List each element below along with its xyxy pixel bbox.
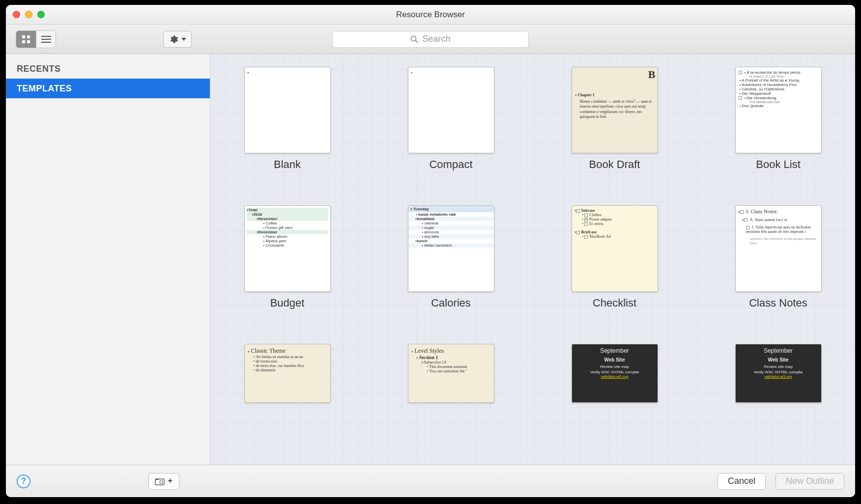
search-field-wrap: Search <box>332 31 529 48</box>
body: RECENTS TEMPLATES • Blank • Compact <box>6 54 855 465</box>
preview-chapter: Chapter 1 <box>578 93 595 97</box>
template-compact[interactable]: • Compact <box>394 67 508 171</box>
toolbar: Search <box>6 25 855 54</box>
template-thumb: September Web Site Review site map Verif… <box>735 344 822 403</box>
chevron-down-icon <box>181 38 186 41</box>
preview-item: MacBook Air <box>589 234 611 239</box>
template-grid-area[interactable]: • Blank • Compact B Chapter 1 Hieme cond… <box>210 54 855 465</box>
preview-task: Review site map <box>575 364 655 369</box>
zoom-window-button[interactable] <box>37 11 45 18</box>
preview-meal: breakfast <box>417 217 435 221</box>
preview-h1: I. Class Notes: <box>746 208 777 214</box>
preview-food: soy latte <box>424 234 439 239</box>
svg-rect-5 <box>41 39 51 40</box>
preview-food: sugar <box>424 225 434 230</box>
titlebar: Resource Browser <box>6 5 855 25</box>
preview-heading: Level Styles <box>415 347 444 354</box>
svg-rect-0 <box>22 35 25 38</box>
grid-icon <box>22 35 30 44</box>
window-controls <box>13 11 45 18</box>
view-mode-segmented <box>16 30 56 48</box>
preview-day: Tuesday <box>413 207 429 211</box>
template-title: Compact <box>429 158 472 171</box>
help-button[interactable]: ? <box>17 475 30 488</box>
template-title: Book Draft <box>589 158 640 171</box>
list-icon <box>41 35 51 43</box>
svg-rect-6 <box>41 42 51 43</box>
sidebar: RECENTS TEMPLATES <box>6 54 210 465</box>
preview-heading: Classic Theme <box>251 347 286 354</box>
preview-line: This document automati <box>429 364 467 369</box>
preview-item: Power adapter <box>589 217 612 222</box>
new-outline-button[interactable]: New Outline <box>775 473 844 490</box>
preview-section: Section 1 <box>419 355 438 360</box>
preview-site: Web Site <box>575 357 655 363</box>
window-title: Resource Browser <box>396 10 465 20</box>
preview-year: 2016 <box>254 212 262 217</box>
svg-point-7 <box>411 36 416 41</box>
search-placeholder: Search <box>422 34 450 44</box>
sidebar-item-label: TEMPLATES <box>17 84 72 94</box>
preview-body: Hieme conduntur — unde er vires? — sane … <box>580 99 655 120</box>
template-level-styles[interactable]: Level Styles Section 1 Subsection 1A Thi… <box>394 344 508 403</box>
svg-rect-2 <box>22 40 25 43</box>
preview-month: December <box>258 230 278 234</box>
preview-body2: tardantes sine clementia in fetu quoque … <box>750 237 819 246</box>
search-input[interactable]: Search <box>332 31 529 48</box>
preview-line: de motu eius. cur mundus dica <box>256 364 304 368</box>
action-menu-button[interactable] <box>163 31 192 48</box>
template-thumb: • <box>244 67 331 153</box>
grid-view-button[interactable] <box>16 31 36 48</box>
preview-line: Adventures of Huckleberry Finn <box>742 83 797 87</box>
preview-link: validator.w3.org <box>575 374 655 379</box>
template-title: Checklist <box>593 297 636 309</box>
cancel-button[interactable]: Cancel <box>718 473 766 490</box>
template-title: Book List <box>756 158 801 171</box>
template-class-notes[interactable]: I. Class Notes: A. Sunt autem fuci si 1.… <box>721 205 835 309</box>
minimize-window-button[interactable] <box>25 11 32 18</box>
preview-month: November <box>258 217 278 221</box>
preview-line: An finitus sit mundus et an un <box>256 355 303 359</box>
template-book-draft[interactable]: B Chapter 1 Hieme conduntur — unde er vi… <box>557 67 672 171</box>
template-book-list[interactable]: À la recherche du temps perdu In Search … <box>721 67 835 171</box>
preview-task: Review site map <box>739 364 818 369</box>
preview-line: You can customize the " <box>429 369 467 373</box>
sidebar-item-recents[interactable]: RECENTS <box>6 59 210 79</box>
template-thumb: À la recherche du temps perdu In Search … <box>735 67 822 153</box>
template-title: Blank <box>274 158 301 171</box>
svg-rect-1 <box>27 35 30 38</box>
template-calories[interactable]: Tuesday basal metabolic rate breakfast o… <box>394 205 508 309</box>
list-view-button[interactable] <box>36 31 56 48</box>
preview-line: Candide, ou l'Optimisme <box>742 87 784 91</box>
linked-folder-icon <box>155 477 166 485</box>
template-budget[interactable]: Total 2016 November Coffee iTunes gift c… <box>230 205 344 309</box>
template-classic-theme[interactable]: Classic Theme An finitus sit mundus et a… <box>230 344 344 403</box>
preview-line: basal metabolic rate <box>418 212 456 217</box>
template-thumb: Suitcase Clothes Power adapter Et cetera… <box>572 205 658 292</box>
close-window-button[interactable] <box>13 11 20 18</box>
sidebar-item-templates[interactable]: TEMPLATES <box>6 79 210 98</box>
preview-body: 1. Velut inperfectae apes ne inchoatae s… <box>746 225 811 234</box>
preview-site: Web Site <box>739 357 818 363</box>
preview-month: September <box>739 347 818 354</box>
template-blank[interactable]: • Blank <box>230 67 344 171</box>
add-linked-folder-button[interactable]: + <box>148 473 179 490</box>
preview-month: September <box>575 347 655 354</box>
template-grid: • Blank • Compact B Chapter 1 Hieme cond… <box>230 67 835 403</box>
template-checklist[interactable]: Suitcase Clothes Power adapter Et cetera… <box>557 205 672 309</box>
template-thumb: • <box>408 67 494 153</box>
preview-line: de forma eius <box>256 359 277 364</box>
preview-line: Die Verwandlung <box>746 96 776 100</box>
preview-item: Coffee <box>265 221 277 225</box>
template-thumb: Tuesday basal metabolic rate breakfast o… <box>408 205 494 292</box>
template-thumb: I. Class Notes: A. Sunt autem fuci si 1.… <box>735 205 822 292</box>
preview-corner: B <box>648 68 656 81</box>
preview-item: Et cetera <box>589 222 603 226</box>
preview-line: Der Steppenwolf <box>742 91 771 96</box>
svg-rect-3 <box>27 40 30 43</box>
preview-item: Piano album <box>265 234 287 239</box>
footer: ? + Cancel New Outline <box>6 465 855 497</box>
template-dark-1[interactable]: September Web Site Review site map Verif… <box>557 344 672 403</box>
template-dark-2[interactable]: September Web Site Review site map Verif… <box>721 344 835 403</box>
preview-line: À la recherche du temps perdu <box>746 70 800 75</box>
